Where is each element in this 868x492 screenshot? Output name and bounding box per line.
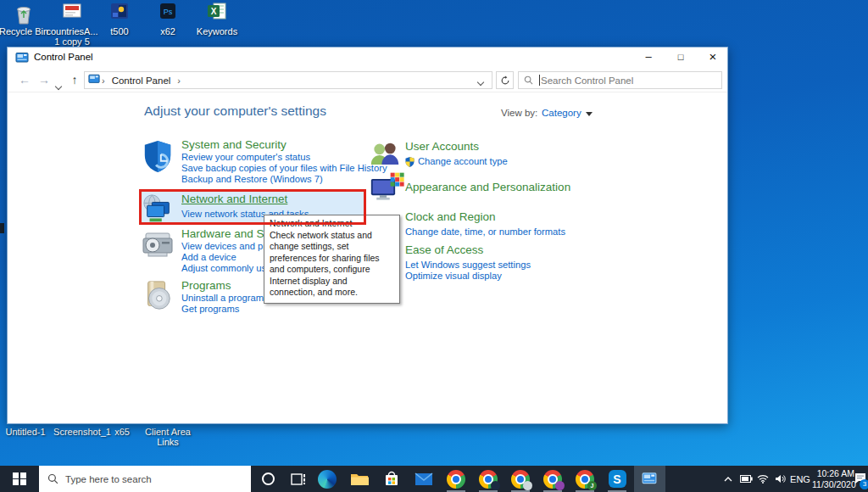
printer-icon bbox=[142, 228, 175, 266]
svg-text:X: X bbox=[211, 7, 217, 16]
file-explorer-button[interactable] bbox=[344, 466, 375, 492]
window-title: Control Panel bbox=[34, 52, 93, 62]
program-disc-icon bbox=[142, 280, 174, 316]
tray-expand-button[interactable] bbox=[719, 466, 737, 492]
edge-button[interactable] bbox=[312, 466, 342, 492]
date: 11/30/2020 bbox=[812, 479, 854, 490]
taskbar-search-placeholder: Type here to search bbox=[65, 474, 152, 484]
cortana-button[interactable] bbox=[253, 466, 283, 492]
language-indicator: ENG bbox=[790, 474, 810, 484]
chrome-icon bbox=[543, 470, 562, 489]
control-panel-taskbar-button[interactable] bbox=[634, 466, 665, 492]
recycle-bin-icon bbox=[12, 3, 36, 25]
category-title[interactable]: Ease of Access bbox=[405, 243, 659, 257]
category-link[interactable]: Optimize visual display bbox=[405, 271, 659, 282]
shield-icon bbox=[142, 139, 174, 176]
skype-button[interactable]: S bbox=[602, 466, 632, 492]
maximize-button[interactable]: □ bbox=[665, 48, 697, 68]
appearance-icon bbox=[370, 171, 405, 208]
desktop-icon-x65[interactable]: x65 bbox=[108, 427, 136, 437]
microsoft-store-button[interactable] bbox=[376, 466, 407, 492]
category-link[interactable]: Get programs bbox=[181, 304, 421, 315]
task-view-button[interactable] bbox=[283, 466, 314, 492]
breadcrumb[interactable]: Control Panel bbox=[112, 75, 171, 86]
category-clock-and-region: Clock and Region Change date, time, or n… bbox=[405, 210, 659, 238]
desktop-icon-untitled-1[interactable]: Untitled-1 bbox=[2, 427, 49, 437]
address-dropdown-chevron-icon[interactable] bbox=[478, 73, 483, 88]
chrome-icon bbox=[511, 470, 530, 489]
close-button[interactable]: × bbox=[697, 48, 729, 68]
up-button[interactable]: ↑ bbox=[66, 70, 83, 89]
network-tooltip: Network and Internet Check network statu… bbox=[264, 215, 400, 304]
desktop-icon-x62[interactable]: Ps x62 bbox=[141, 3, 195, 36]
desktop-icon-label: t500 bbox=[92, 26, 147, 36]
chevron-down-icon bbox=[586, 112, 593, 116]
view-by-dropdown[interactable]: Category bbox=[542, 108, 593, 118]
cortana-icon bbox=[262, 472, 275, 485]
battery-button[interactable] bbox=[737, 466, 754, 492]
notification-count-badge: 3 bbox=[860, 479, 868, 489]
category-link[interactable]: Let Windows suggest settings bbox=[405, 260, 659, 271]
users-icon bbox=[370, 141, 400, 175]
chrome-button-1[interactable] bbox=[441, 466, 471, 492]
wifi-icon bbox=[757, 474, 769, 484]
desktop-icon-label: Keywords bbox=[190, 26, 244, 36]
tooltip-body: Check network status and change settings… bbox=[270, 230, 394, 299]
chrome-button-4[interactable] bbox=[537, 466, 568, 492]
chrome-button-2[interactable] bbox=[473, 466, 504, 492]
desktop-icon-client-area-links[interactable]: Client Area Links bbox=[144, 427, 192, 447]
search-placeholder: Search Control Panel bbox=[541, 75, 633, 86]
control-panel-icon bbox=[15, 51, 29, 68]
network-icon bbox=[142, 193, 174, 229]
desktop-icon-screenshot-1[interactable]: Screenshot_1 bbox=[51, 427, 114, 437]
refresh-icon bbox=[500, 75, 510, 86]
chrome-profile-badge: J bbox=[587, 481, 597, 490]
windows-logo-icon bbox=[13, 472, 26, 486]
category-link[interactable]: Change date, time, or number formats bbox=[405, 226, 659, 238]
start-button[interactable] bbox=[0, 466, 39, 492]
svg-text:Ps: Ps bbox=[164, 8, 173, 16]
chrome-profile-badge bbox=[523, 481, 532, 490]
category-link[interactable]: Change account type bbox=[405, 156, 624, 167]
minimize-button[interactable]: – bbox=[632, 48, 665, 68]
desktop-icon-t500[interactable]: t500 bbox=[92, 3, 147, 36]
navigation-toolbar: ← → ↑ › Control Panel › Search Control P… bbox=[8, 68, 727, 92]
control-panel-icon bbox=[642, 471, 657, 489]
back-button[interactable]: ← bbox=[16, 70, 33, 89]
forward-button[interactable]: → bbox=[36, 70, 53, 89]
view-by-label: View by: bbox=[501, 108, 537, 118]
chrome-icon bbox=[479, 470, 498, 489]
control-panel-icon bbox=[88, 73, 100, 88]
desktop-icon-countries-file[interactable]: countriesA... 1 copy 5 bbox=[45, 3, 99, 47]
category-appearance-and-personalization: Appearance and Personalization bbox=[405, 180, 659, 194]
notification-icon: 3 bbox=[854, 472, 866, 487]
language-button[interactable]: ENG bbox=[788, 466, 812, 492]
category-ease-of-access: Ease of Access Let Windows suggest setti… bbox=[405, 243, 659, 282]
recent-locations-chevron-icon[interactable] bbox=[56, 77, 61, 92]
address-bar[interactable]: › Control Panel › bbox=[84, 71, 492, 89]
chrome-button-5[interactable]: J bbox=[570, 466, 600, 492]
chevron-up-icon bbox=[724, 477, 732, 482]
chrome-button-3[interactable] bbox=[505, 466, 536, 492]
chrome-profile-badge bbox=[555, 481, 565, 490]
desktop-icon-keywords[interactable]: X Keywords bbox=[190, 3, 244, 36]
breadcrumb-separator: › bbox=[102, 75, 105, 86]
window-titlebar[interactable]: Control Panel – □ × bbox=[8, 48, 727, 68]
control-panel-search-input[interactable]: Search Control Panel bbox=[518, 71, 722, 89]
taskbar-search-input[interactable]: Type here to search bbox=[39, 466, 251, 492]
category-title[interactable]: Clock and Region bbox=[405, 210, 659, 224]
time: 10:26 AM bbox=[812, 468, 854, 479]
category-title[interactable]: Appearance and Personalization bbox=[405, 180, 659, 194]
action-center-button[interactable]: 3 bbox=[853, 466, 868, 492]
partially-hidden-desktop-icon bbox=[0, 223, 4, 233]
clock[interactable]: 10:26 AM 11/30/2020 bbox=[812, 468, 854, 489]
text-caret bbox=[539, 75, 540, 86]
control-panel-window: Control Panel – □ × ← → ↑ › Control Pane… bbox=[7, 47, 728, 424]
desktop-icon-recycle-bin[interactable]: Recycle Bin bbox=[0, 3, 51, 36]
volume-button[interactable] bbox=[771, 466, 788, 492]
category-title[interactable]: User Accounts bbox=[405, 139, 624, 154]
refresh-button[interactable] bbox=[496, 71, 514, 89]
wifi-button[interactable] bbox=[754, 466, 771, 492]
mail-button[interactable] bbox=[409, 466, 439, 492]
view-by-value: Category bbox=[542, 108, 581, 118]
